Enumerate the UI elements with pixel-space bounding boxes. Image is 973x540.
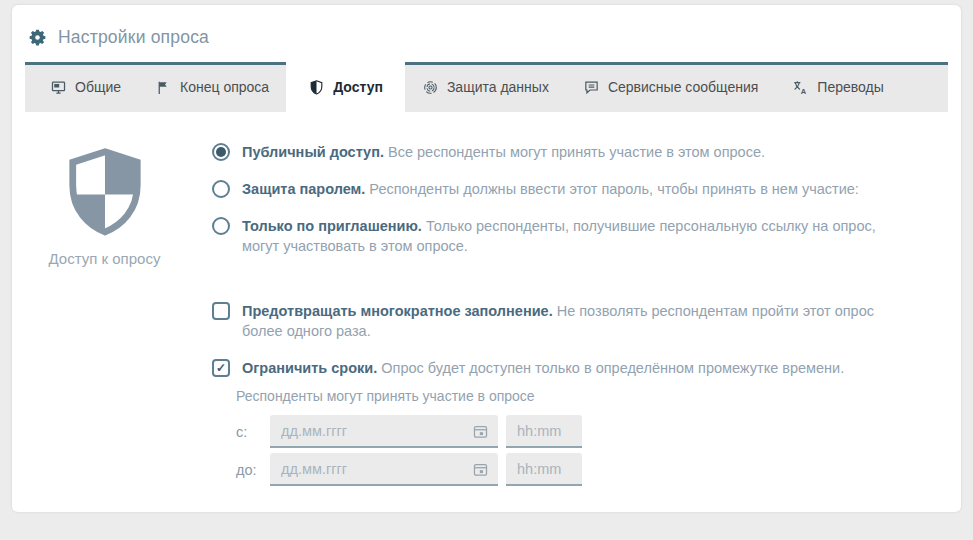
tab-label: Сервисные сообщения: [608, 79, 758, 95]
page-title: Настройки опроса: [58, 27, 209, 48]
checkbox-limit-period[interactable]: Ограничить сроки. Опрос будет доступен т…: [212, 358, 912, 378]
shield-icon: [308, 79, 325, 96]
tab-label: Конец опроса: [180, 79, 269, 95]
calendar-icon[interactable]: [472, 423, 489, 440]
shield-checkered-icon: [67, 148, 143, 238]
option-desc: Опрос будет доступен только в определённ…: [381, 360, 844, 376]
spacer: [212, 273, 912, 301]
option-text: Только по приглашению. Только респондент…: [242, 216, 912, 256]
period-row-until: до:: [236, 453, 912, 486]
radio-button[interactable]: [212, 143, 230, 161]
participation-period: Респонденты могут принять участие в опро…: [236, 388, 912, 486]
section-illustration: Доступ к опросу: [37, 142, 212, 491]
option-title: Ограничить сроки.: [242, 360, 377, 376]
tab-service-messages[interactable]: Сервисные сообщения: [566, 62, 775, 112]
checkbox[interactable]: [212, 359, 230, 377]
calendar-icon[interactable]: [472, 461, 489, 478]
translate-icon: A: [792, 79, 809, 96]
start-time-input[interactable]: [506, 415, 582, 448]
radio-button[interactable]: [212, 180, 230, 198]
section-label: Доступ к опросу: [37, 250, 172, 267]
panel-header: Настройки опроса: [12, 5, 961, 62]
option-text: Ограничить сроки. Опрос будет доступен т…: [242, 358, 844, 378]
option-title: Защита паролем.: [242, 181, 365, 197]
radio-button[interactable]: [212, 217, 230, 235]
checkbox[interactable]: [212, 302, 230, 320]
chat-icon: [583, 79, 600, 96]
option-desc: Респонденты должны ввести этот пароль, ч…: [369, 181, 859, 197]
option-text: Публичный доступ. Все респонденты могут …: [242, 142, 765, 162]
radio-password-protection[interactable]: Защита паролем. Респонденты должны ввест…: [212, 179, 912, 199]
access-settings-content: Доступ к опросу Публичный доступ. Все ре…: [12, 112, 961, 491]
end-date-input[interactable]: [270, 453, 498, 486]
period-from-label: с:: [236, 424, 262, 440]
monitor-icon: [50, 79, 67, 96]
end-time-input[interactable]: [506, 453, 582, 486]
settings-tabbar: Общие Конец опроса Доступ Защита данных: [25, 62, 948, 112]
tab-label: Переводы: [817, 79, 883, 95]
tab-data-protection[interactable]: Защита данных: [405, 62, 566, 112]
option-desc: Все респонденты могут принять участие в …: [388, 144, 765, 160]
flag-icon: [155, 79, 172, 96]
period-caption: Респонденты могут принять участие в опро…: [236, 388, 912, 404]
date-field-wrapper: [270, 415, 498, 448]
option-title: Только по приглашению.: [242, 218, 422, 234]
date-field-wrapper: [270, 453, 498, 486]
radio-invitation-only[interactable]: Только по приглашению. Только респондент…: [212, 216, 912, 256]
tab-label: Общие: [75, 79, 121, 95]
radio-public-access[interactable]: Публичный доступ. Все респонденты могут …: [212, 142, 912, 162]
svg-text:A: A: [801, 86, 807, 95]
tab-label: Защита данных: [447, 79, 549, 95]
period-row-from: с:: [236, 415, 912, 448]
tab-end-of-survey[interactable]: Конец опроса: [138, 62, 286, 112]
option-text: Предотвращать многократное заполнение. Н…: [242, 301, 912, 341]
option-text: Защита паролем. Респонденты должны ввест…: [242, 179, 859, 199]
option-title: Предотвращать многократное заполнение.: [242, 303, 553, 319]
access-options: Публичный доступ. Все респонденты могут …: [212, 142, 912, 491]
tab-translations[interactable]: A Переводы: [775, 62, 900, 112]
gear-icon: [27, 27, 48, 48]
tab-access[interactable]: Доступ: [286, 62, 405, 112]
start-date-input[interactable]: [270, 415, 498, 448]
tab-general[interactable]: Общие: [25, 62, 138, 112]
tab-label: Доступ: [333, 79, 383, 95]
survey-settings-panel: Настройки опроса Общие Конец опроса Дост…: [12, 5, 961, 512]
fingerprint-icon: [422, 79, 439, 96]
period-until-label: до:: [236, 462, 262, 478]
checkbox-prevent-multiple[interactable]: Предотвращать многократное заполнение. Н…: [212, 301, 912, 341]
option-title: Публичный доступ.: [242, 144, 384, 160]
